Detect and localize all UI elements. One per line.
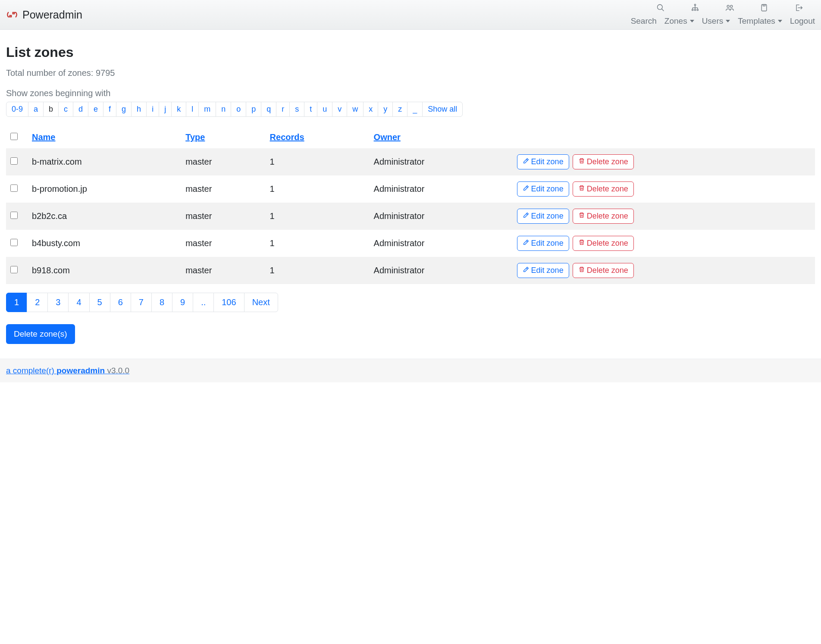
row-checkbox[interactable]	[10, 212, 18, 219]
col-name[interactable]: Name	[28, 126, 181, 148]
nav-users[interactable]: Users	[702, 16, 730, 26]
letter-filter-b[interactable]: b	[43, 102, 59, 117]
app-header: Poweradmin Search Zones Users Templates …	[0, 0, 821, 30]
letter-filter-d[interactable]: d	[73, 102, 88, 117]
letter-filter-q[interactable]: q	[261, 102, 276, 117]
page-6[interactable]: 6	[110, 293, 131, 312]
letter-filter-c[interactable]: c	[58, 102, 73, 117]
nav-logout[interactable]: Logout	[790, 16, 815, 26]
letter-filter-k[interactable]: k	[171, 102, 186, 117]
nav-zones[interactable]: Zones	[664, 16, 694, 26]
edit-zone-button[interactable]: Edit zone	[517, 263, 569, 278]
row-checkbox[interactable]	[10, 157, 18, 165]
letter-filter-h[interactable]: h	[131, 102, 147, 117]
delete-zone-button[interactable]: Delete zone	[573, 263, 634, 278]
letter-filter-g[interactable]: g	[116, 102, 132, 117]
zone-owner: Administrator	[370, 257, 513, 284]
templates-icon[interactable]	[760, 3, 768, 14]
footer-link[interactable]: a complete(r) poweradmin v3.0.0	[6, 366, 129, 375]
svg-rect-14	[763, 5, 765, 6]
letter-filter-x[interactable]: x	[363, 102, 378, 117]
nav-search[interactable]: Search	[631, 16, 657, 26]
letter-filter-0-9[interactable]: 0-9	[6, 102, 28, 117]
main-content: List zones Total number of zones: 9795 S…	[0, 30, 821, 350]
page-1[interactable]: 1	[6, 293, 27, 312]
col-type[interactable]: Type	[181, 126, 265, 148]
zone-owner: Administrator	[370, 203, 513, 230]
chevron-down-icon	[690, 20, 694, 22]
edit-zone-button[interactable]: Edit zone	[517, 236, 569, 251]
nav-label-row: Search Zones Users Templates Logout	[631, 16, 815, 26]
letter-filter-t[interactable]: t	[304, 102, 317, 117]
edit-zone-button[interactable]: Edit zone	[517, 154, 569, 169]
letter-filter-j[interactable]: j	[159, 102, 172, 117]
page-2[interactable]: 2	[27, 293, 48, 312]
table-row: b4busty.commaster1AdministratorEdit zone…	[6, 230, 815, 257]
page-..[interactable]: ..	[193, 293, 214, 312]
row-checkbox[interactable]	[10, 239, 18, 246]
table-row: b918.commaster1AdministratorEdit zoneDel…	[6, 257, 815, 284]
col-records[interactable]: Records	[266, 126, 370, 148]
letter-filter-l[interactable]: l	[186, 102, 199, 117]
users-icon[interactable]	[725, 3, 734, 14]
letter-filter-y[interactable]: y	[378, 102, 393, 117]
zone-name: b-promotion.jp	[28, 175, 181, 203]
edit-zone-button[interactable]: Edit zone	[517, 181, 569, 197]
row-checkbox[interactable]	[10, 184, 18, 192]
letter-filter-v[interactable]: v	[332, 102, 347, 117]
table-row: b-matrix.commaster1AdministratorEdit zon…	[6, 148, 815, 175]
delete-zone-button[interactable]: Delete zone	[573, 154, 634, 169]
chevron-down-icon	[726, 20, 730, 22]
top-nav: Search Zones Users Templates Logout	[631, 3, 815, 26]
letter-filter-f[interactable]: f	[103, 102, 116, 117]
letter-filter-z[interactable]: z	[392, 102, 407, 117]
zone-name: b-matrix.com	[28, 148, 181, 175]
letter-filter-r[interactable]: r	[276, 102, 290, 117]
edit-zone-button[interactable]: Edit zone	[517, 209, 569, 224]
select-all-checkbox[interactable]	[10, 133, 18, 140]
search-icon[interactable]	[656, 3, 665, 14]
delete-zone-button[interactable]: Delete zone	[573, 236, 634, 251]
page-9[interactable]: 9	[172, 293, 193, 312]
zone-records: 1	[266, 257, 370, 284]
letter-filter-p[interactable]: p	[246, 102, 261, 117]
delete-zone-button[interactable]: Delete zone	[573, 181, 634, 197]
letter-filter-n[interactable]: n	[216, 102, 231, 117]
delete-zones-button[interactable]: Delete zone(s)	[6, 324, 75, 344]
zone-records: 1	[266, 148, 370, 175]
zones-icon[interactable]	[691, 3, 699, 14]
page-Next[interactable]: Next	[244, 293, 278, 312]
page-3[interactable]: 3	[47, 293, 69, 312]
letter-filter-a[interactable]: a	[28, 102, 44, 117]
logout-icon[interactable]	[794, 3, 803, 14]
page-8[interactable]: 8	[151, 293, 172, 312]
page-106[interactable]: 106	[213, 293, 244, 312]
letter-filter-w[interactable]: w	[347, 102, 363, 117]
zone-owner: Administrator	[370, 148, 513, 175]
footer: a complete(r) poweradmin v3.0.0	[0, 359, 821, 382]
edit-icon	[523, 239, 530, 248]
letter-filter-i[interactable]: i	[146, 102, 159, 117]
nav-templates[interactable]: Templates	[738, 16, 782, 26]
brand[interactable]: Poweradmin	[6, 9, 82, 21]
letter-filter-m[interactable]: m	[198, 102, 216, 117]
svg-point-5	[697, 9, 698, 10]
delete-zone-button[interactable]: Delete zone	[573, 209, 634, 224]
trash-icon	[578, 239, 585, 248]
trash-icon	[578, 212, 585, 221]
letter-filter-Show all[interactable]: Show all	[422, 102, 463, 117]
row-checkbox[interactable]	[10, 266, 18, 273]
edit-icon	[523, 266, 530, 275]
letter-filter-o[interactable]: o	[231, 102, 246, 117]
zone-records: 1	[266, 175, 370, 203]
page-4[interactable]: 4	[68, 293, 89, 312]
col-owner[interactable]: Owner	[370, 126, 513, 148]
page-5[interactable]: 5	[89, 293, 110, 312]
page-7[interactable]: 7	[131, 293, 152, 312]
letter-filter-s[interactable]: s	[289, 102, 304, 117]
svg-point-0	[658, 5, 663, 10]
letter-filter-_[interactable]: _	[407, 102, 423, 117]
table-row: b2b2c.camaster1AdministratorEdit zoneDel…	[6, 203, 815, 230]
letter-filter-u[interactable]: u	[317, 102, 332, 117]
letter-filter-e[interactable]: e	[88, 102, 103, 117]
